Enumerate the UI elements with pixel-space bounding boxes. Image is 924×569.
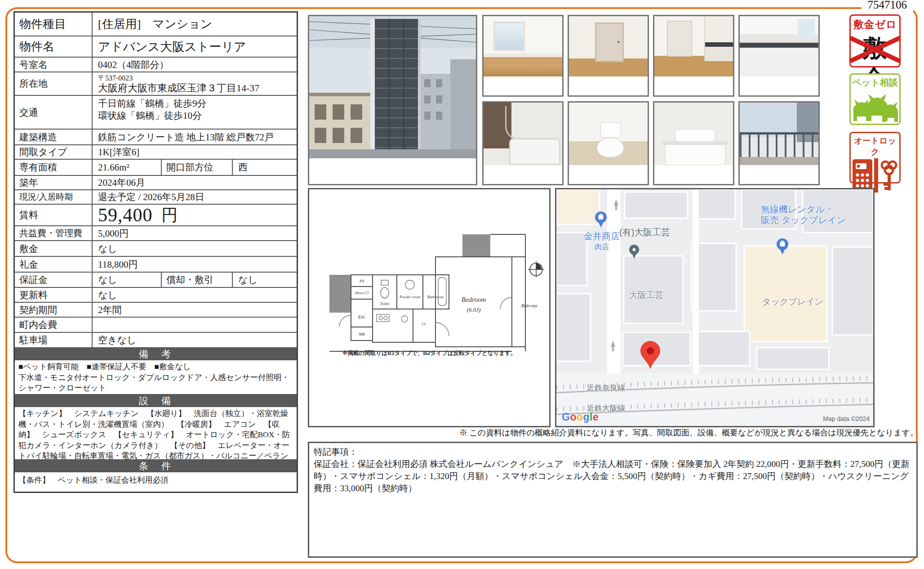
row-value [93, 318, 297, 332]
table-row-address: 所在地 〒537-0023 大阪府大阪市東成区玉津３丁目14-37 [15, 72, 297, 96]
row-label: 建築構造 [15, 130, 93, 144]
table-row-transport: 交通 千日前線「鶴橋」徒歩9分 環状線「鶴橋」徒歩10分 [15, 96, 297, 130]
table-row-area: 専有面積 21.66m² 開口部方位 西 [15, 160, 297, 176]
badge-pet-ok: ペット相談 [849, 73, 901, 125]
badge-autolock: オートロック [849, 132, 901, 184]
window-shape [798, 19, 815, 39]
toilet-tank-shape [600, 122, 621, 138]
room-label: Balcony [521, 303, 538, 308]
row-label: 物件種目 [15, 13, 93, 36]
row-label: 敷金 [15, 241, 93, 256]
transport-line-2: 環状線「鶴橋」徒歩10分 [98, 110, 202, 122]
amortization-value: なし [233, 273, 297, 287]
row-value: [住居用] マンション [93, 13, 297, 36]
notes-line-1: ■ペット飼育可能 ■連帯保証人不要 ■敷金なし [18, 362, 293, 372]
photo-hallway-door [568, 15, 649, 97]
row-value: なし [93, 288, 297, 302]
crossed-deposit: 敷金 [851, 32, 899, 65]
photo-washbasin [653, 101, 734, 185]
toilet-art [569, 103, 648, 165]
photo-building-exterior [308, 15, 477, 185]
row-label: 礼金 [15, 257, 93, 272]
guarantee-value: なし [93, 273, 161, 287]
table-row-property-type: 物件種目 [住居用] マンション [15, 13, 297, 36]
row-value: 2024年06月 [93, 176, 297, 189]
rent-value: 59,400 [98, 204, 153, 226]
badge-pet-title: ペット相談 [851, 76, 899, 89]
door-shape [595, 22, 624, 62]
document-number: 7547106 [862, 0, 914, 11]
table-row-structure: 建築構造 鉄筋コンクリート造 地上13階 総戸数72戸 [15, 130, 297, 145]
map-label-osaka-kogei-yu: (有)大阪工芸 [619, 226, 670, 238]
opening-direction-label: 開口部方位 [161, 160, 233, 175]
section-notes-body: ■ペット飼育可能 ■連帯保証人不要 ■敷金なし 下水道・モニタ付オートロック・ダ… [15, 360, 297, 395]
room-label: Shoes Cl [355, 291, 369, 295]
room-label: Toilet [380, 301, 390, 306]
autolock-icons [852, 158, 898, 193]
row-value: 0402（4階部分） [93, 58, 297, 72]
window-shape [493, 22, 525, 51]
photo-kitchen-corridor [653, 15, 734, 97]
door-shape [667, 21, 692, 57]
property-name: アドバンス大阪ストーリア [93, 36, 297, 57]
row-label: 専有面積 [15, 160, 93, 175]
room-label: (6.0J) [467, 306, 481, 313]
photo-balcony-view [738, 101, 820, 185]
row-label: 現況/入居時期 [15, 190, 93, 204]
table-row-contract-term: 契約期間 2年間 [15, 303, 297, 318]
row-value: 118,800円 [93, 257, 297, 272]
row-label: 号室名 [15, 58, 93, 72]
map-label-tackbrain: タックブレイン [762, 296, 823, 308]
room-label: Cl. [422, 322, 427, 326]
row-label: 駐車場 [15, 333, 93, 347]
row-value: 1K[洋室6] [93, 145, 297, 159]
row-label: 間取タイプ [15, 145, 93, 159]
washbasin-art [654, 103, 733, 165]
property-sheet-page: 7547106 物件種目 [住居用] マンション 物件名 アドバンス大阪ストーリ… [0, 0, 924, 569]
section-equipment-body: 【キッチン】 システムキッチン 【水廻り】 洗面台（独立）・浴室乾燥機・バス・ト… [15, 407, 297, 460]
location-map: 金井商店 肉店 (有)大阪工芸 大阪工芸 無線機レンタル・ 販売 タックブレイン… [555, 188, 875, 427]
table-row-deposit: 敷金 なし [15, 241, 297, 257]
building-exterior-art [309, 16, 476, 184]
row-label: 交通 [15, 96, 93, 129]
poi-name-line1: 無線機レンタル・ [761, 204, 846, 215]
row-value: 千日前線「鶴橋」徒歩9分 環状線「鶴橋」徒歩10分 [93, 96, 297, 129]
floorplan-panel: PS Shoes Cl Ent. MB Toilet Powder room B… [308, 188, 551, 427]
poi-subtitle: 肉店 [577, 242, 626, 252]
section-header-conditions: 条 件 [15, 460, 297, 472]
row-value: 鉄筋コンクリート造 地上13階 総戸数72戸 [93, 130, 297, 144]
map-label-osaka-kogei: 大阪工芸 [629, 289, 663, 301]
badge-no-deposit: 敷金ゼロ 敷金 [849, 14, 901, 67]
key-icon [882, 161, 896, 174]
table-row-room-number: 号室名 0402（4階部分） [15, 58, 297, 72]
row-value: 空きなし [93, 333, 297, 347]
floorplan-drawing: PS Shoes Cl Ent. MB Toilet Powder room B… [309, 189, 549, 426]
table-row-status: 現況/入居時期 退去予定 / 2026年5月28日 [15, 190, 297, 205]
balcony-floor-shape [740, 157, 818, 165]
row-value: 退去予定 / 2026年5月28日 [93, 190, 297, 204]
table-row-town-fee: 町内会費 [15, 318, 297, 333]
table-row-common-fee: 共益費・管理費 5,000円 [15, 226, 297, 241]
row-label: 保証金 [15, 273, 93, 287]
row-label: 町内会費 [15, 318, 93, 332]
toilet-bowl-shape [597, 138, 624, 157]
photo-kitchen [738, 15, 820, 97]
badge-no-deposit-title: 敷金ゼロ [851, 18, 899, 31]
row-label: 契約期間 [15, 303, 93, 317]
postal-code: 〒537-0023 [98, 74, 133, 82]
row-value: 〒537-0023 大阪府大阪市東成区玉津３丁目14-37 [93, 72, 297, 95]
hallway-art [569, 16, 648, 76]
row-label: 更新料 [15, 288, 93, 302]
row-value: 2年間 [93, 303, 297, 317]
bathroom-art [484, 103, 562, 165]
poi-name-line2: 販売 タックブレイン [761, 215, 846, 225]
badge-autolock-title: オートロック [851, 135, 899, 157]
table-row-renewal-fee: 更新料 なし [15, 288, 297, 303]
address-text: 大阪府大阪市東成区玉津３丁目14-37 [98, 82, 259, 94]
special-notes-body: 保証会社：保証会社利用必須 株式会社ルームバンクインシュア ※大手法人相談可・保… [314, 458, 912, 494]
dogs-icon [852, 90, 898, 123]
row-label: 賃料 [15, 205, 93, 225]
floorplan-note: ※掲載の間取りはB1タイプで、B2タイプは反転タイプとなります。 [314, 349, 545, 357]
kitchen-art [740, 16, 818, 76]
vanity-shape [665, 144, 725, 165]
